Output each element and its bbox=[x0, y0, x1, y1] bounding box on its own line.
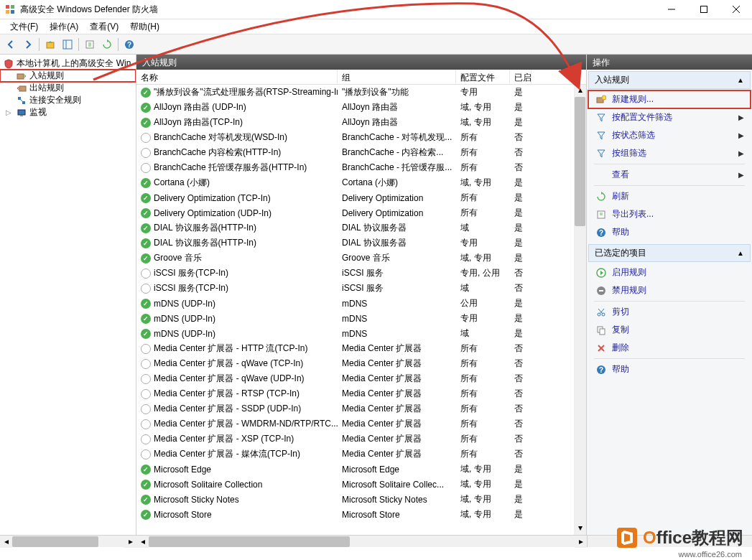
col-name[interactable]: 名称 bbox=[136, 70, 338, 84]
action-new-rule[interactable]: 新建规则... bbox=[588, 90, 751, 108]
rule-row[interactable]: Cortana (小娜)Cortana (小娜)域, 专用是 bbox=[136, 175, 586, 190]
rule-row[interactable]: BranchCache 托管缓存服务器(HTTP-In)BranchCache … bbox=[136, 160, 586, 175]
tree-monitor[interactable]: ▷ 监视 bbox=[0, 106, 136, 118]
svg-text:?: ? bbox=[127, 41, 131, 49]
rule-profile: 域, 专用 bbox=[456, 478, 510, 490]
tree-connection-rules[interactable]: 连接安全规则 bbox=[0, 94, 136, 106]
menu-help[interactable]: 帮助(H) bbox=[124, 19, 165, 34]
rule-name: Delivery Optimization (UDP-In) bbox=[154, 208, 271, 218]
action-help[interactable]: ? 帮助 bbox=[588, 223, 751, 241]
rule-row[interactable]: iSCSI 服务(TCP-In)iSCSI 服务域否 bbox=[136, 281, 586, 296]
rule-row[interactable]: mDNS (UDP-In)mDNS专用是 bbox=[136, 311, 586, 326]
show-hide-button[interactable] bbox=[60, 37, 75, 52]
watermark-url: www.office26.com bbox=[679, 550, 742, 559]
window-title: 高级安全 Windows Defender 防火墙 bbox=[20, 4, 655, 16]
rule-profile: 所有 bbox=[456, 146, 510, 159]
rule-profile: 专用 bbox=[456, 237, 510, 249]
svg-rect-1 bbox=[11, 5, 14, 9]
rule-name: BranchCache 对等机发现(WSD-In) bbox=[154, 131, 287, 144]
rules-list[interactable]: "播放到设备"流式处理服务器(RTSP-Streaming-In)"播放到设备"… bbox=[136, 85, 586, 535]
rule-status-icon bbox=[141, 449, 151, 459]
rule-row[interactable]: Microsoft StoreMicrosoft Store域, 专用是 bbox=[136, 507, 586, 522]
rule-row[interactable]: Media Center 扩展器 - SSDP (UDP-In)Media Ce… bbox=[136, 401, 586, 416]
rule-row[interactable]: Media Center 扩展器 - qWave (UDP-In)Media C… bbox=[136, 371, 586, 386]
action-view[interactable]: 查看▶ bbox=[588, 166, 751, 184]
rule-name: Delivery Optimization (TCP-In) bbox=[154, 193, 271, 203]
rule-status-icon bbox=[141, 299, 151, 309]
rule-group: Media Center 扩展器 bbox=[338, 358, 456, 370]
rule-group: Delivery Optimization bbox=[338, 208, 456, 218]
rule-profile: 专用 bbox=[456, 312, 510, 325]
rule-row[interactable]: Microsoft EdgeMicrosoft Edge域, 专用是 bbox=[136, 462, 586, 477]
col-enabled[interactable]: 已启 bbox=[510, 70, 531, 84]
maximize-button[interactable] bbox=[687, 0, 720, 19]
rule-row[interactable]: Media Center 扩展器 - WMDRM-ND/RTP/RTC...Me… bbox=[136, 416, 586, 431]
rule-row[interactable]: Media Center 扩展器 - qWave (TCP-In)Media C… bbox=[136, 356, 586, 371]
rule-row[interactable]: Microsoft Sticky NotesMicrosoft Sticky N… bbox=[136, 492, 586, 507]
action-refresh[interactable]: 刷新 bbox=[588, 187, 751, 205]
rule-row[interactable]: Media Center 扩展器 - RTSP (TCP-In)Media Ce… bbox=[136, 386, 586, 401]
rule-row[interactable]: Delivery Optimization (UDP-In)Delivery O… bbox=[136, 205, 586, 220]
action-filter-group[interactable]: 按组筛选▶ bbox=[588, 144, 751, 162]
rule-status-icon bbox=[141, 284, 151, 294]
rule-enabled: 否 bbox=[510, 433, 531, 445]
rule-row[interactable]: AllJoyn 路由器(TCP-In)AllJoyn 路由器域, 专用是 bbox=[136, 115, 586, 130]
rule-row[interactable]: BranchCache 内容检索(HTTP-In)BranchCache - 内… bbox=[136, 145, 586, 160]
action-disable-rule[interactable]: 禁用规则 bbox=[588, 281, 751, 299]
rule-row[interactable]: Delivery Optimization (TCP-In)Delivery O… bbox=[136, 190, 586, 205]
center-hscroll[interactable]: ◂▸ bbox=[136, 535, 587, 547]
action-export[interactable]: 导出列表... bbox=[588, 205, 751, 223]
minimize-button[interactable] bbox=[655, 0, 687, 19]
tree-outbound-rules[interactable]: 出站规则 bbox=[0, 82, 136, 94]
close-button[interactable] bbox=[720, 0, 752, 19]
svg-text:?: ? bbox=[599, 229, 603, 237]
col-group[interactable]: 组 bbox=[338, 70, 456, 84]
rule-row[interactable]: DIAL 协议服务器(HTTP-In)DIAL 协议服务器域是 bbox=[136, 220, 586, 235]
forward-button[interactable] bbox=[20, 37, 36, 52]
menu-action[interactable]: 操作(A) bbox=[44, 19, 84, 34]
action-filter-state[interactable]: 按状态筛选▶ bbox=[588, 126, 751, 144]
back-button[interactable] bbox=[3, 37, 19, 52]
rule-row[interactable]: DIAL 协议服务器(HTTP-In)DIAL 协议服务器专用是 bbox=[136, 235, 586, 251]
help-button[interactable]: ? bbox=[121, 37, 137, 52]
action-copy[interactable]: 复制 bbox=[588, 321, 751, 339]
menu-view[interactable]: 查看(V) bbox=[84, 19, 124, 34]
menu-file[interactable]: 文件(F) bbox=[4, 19, 44, 34]
rule-row[interactable]: "播放到设备"流式处理服务器(RTSP-Streaming-In)"播放到设备"… bbox=[136, 85, 586, 100]
rule-row[interactable]: Media Center 扩展器 - XSP (TCP-In)Media Cen… bbox=[136, 431, 586, 447]
tree-inbound-rules[interactable]: 入站规则 bbox=[0, 70, 136, 82]
rule-row[interactable]: mDNS (UDP-In)mDNS域是 bbox=[136, 326, 586, 341]
action-cut[interactable]: 剪切 bbox=[588, 303, 751, 321]
vertical-scrollbar[interactable]: ▴ ▾ bbox=[574, 85, 586, 535]
rule-profile: 域 bbox=[456, 282, 510, 294]
col-profile[interactable]: 配置文件 bbox=[456, 70, 510, 84]
rule-row[interactable]: Microsoft Solitaire CollectionMicrosoft … bbox=[136, 477, 586, 492]
rule-row[interactable]: BranchCache 对等机发现(WSD-In)BranchCache - 对… bbox=[136, 130, 586, 145]
rule-row[interactable]: AllJoyn 路由器 (UDP-In)AllJoyn 路由器域, 专用是 bbox=[136, 100, 586, 115]
shield-icon bbox=[3, 58, 14, 70]
tree-root[interactable]: 本地计算机 上的高级安全 Win bbox=[0, 57, 136, 70]
actions-section-selected[interactable]: 已选定的项目▲ bbox=[588, 244, 751, 262]
app-icon bbox=[4, 4, 16, 15]
rule-group: iSCSI 服务 bbox=[338, 282, 456, 294]
action-filter-profile[interactable]: 按配置文件筛选▶ bbox=[588, 108, 751, 126]
rule-group: Microsoft Solitaire Collec... bbox=[338, 480, 456, 490]
svg-rect-3 bbox=[11, 10, 14, 14]
refresh-button[interactable] bbox=[99, 37, 115, 52]
actions-section-inbound[interactable]: 入站规则▲ bbox=[588, 71, 751, 89]
action-delete[interactable]: 删除 bbox=[588, 339, 751, 357]
left-hscroll[interactable]: ◂▸ bbox=[0, 535, 136, 547]
action-enable-rule[interactable]: 启用规则 bbox=[588, 263, 751, 281]
rule-row[interactable]: Media Center 扩展器 - 媒体流(TCP-In)Media Cent… bbox=[136, 447, 586, 462]
rule-row[interactable]: iSCSI 服务(TCP-In)iSCSI 服务专用, 公用否 bbox=[136, 266, 586, 281]
export-button[interactable] bbox=[82, 37, 98, 52]
rule-row[interactable]: mDNS (UDP-In)mDNS公用是 bbox=[136, 296, 586, 311]
help-icon: ? bbox=[595, 364, 607, 375]
rule-enabled: 是 bbox=[510, 192, 531, 204]
rule-name: iSCSI 服务(TCP-In) bbox=[154, 282, 228, 294]
up-button[interactable] bbox=[42, 37, 58, 52]
rule-row[interactable]: Groove 音乐Groove 音乐域, 专用是 bbox=[136, 251, 586, 266]
action-help2[interactable]: ? 帮助 bbox=[588, 360, 751, 378]
rule-row[interactable]: Media Center 扩展器 - HTTP 流(TCP-In)Media C… bbox=[136, 341, 586, 356]
inbound-icon bbox=[16, 70, 27, 82]
